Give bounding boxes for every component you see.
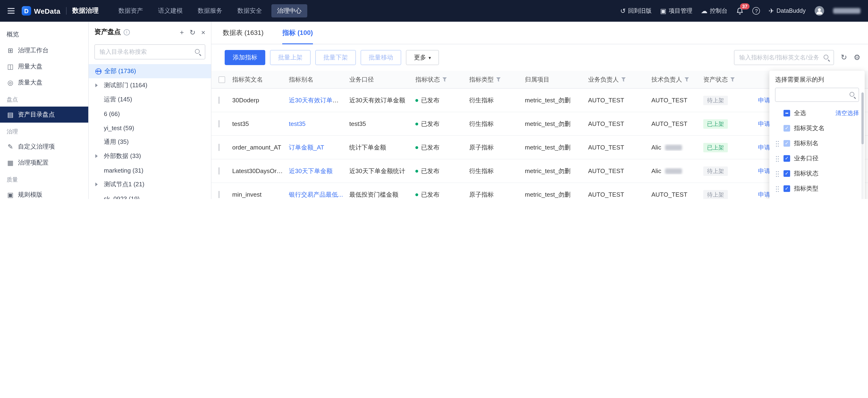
sidebar-item[interactable]: ◎质量大盘 — [0, 74, 88, 91]
refresh-table-icon[interactable]: ↻ — [841, 54, 847, 61]
project-management-link[interactable]: ▣ 项目管理 — [660, 7, 692, 15]
directory-tree: 全部 (1736)测试部门 (1164)运营 (145)6 (66)yi_tes… — [89, 64, 211, 199]
column-checkbox[interactable]: ✓ — [783, 170, 790, 177]
help-icon[interactable]: ? — [753, 7, 760, 14]
column-header[interactable]: 资产状态 — [703, 75, 758, 84]
drag-handle-icon[interactable] — [775, 185, 780, 192]
column-checkbox[interactable]: ✓ — [783, 155, 790, 162]
tree-node[interactable]: yi_test (59) — [89, 121, 211, 135]
cell-metric-en-name: Latest30DaysOrd... — [232, 167, 289, 174]
filter-icon[interactable] — [496, 77, 501, 82]
metric-alias-link[interactable]: test35 — [289, 120, 306, 127]
tree-node[interactable]: 全部 (1736) — [89, 64, 211, 78]
add-metric-button[interactable]: 添加指标 — [225, 50, 265, 65]
sidebar-item[interactable]: ◫用量大盘 — [0, 59, 88, 74]
column-header[interactable]: 指标状态 — [415, 75, 469, 84]
batch-online-button[interactable]: 批量上架 — [270, 50, 311, 65]
tab-item[interactable]: 数据表 (1631) — [223, 22, 264, 44]
column-header[interactable]: 归属项目 — [525, 75, 588, 84]
topbar-nav-item[interactable]: 数据安全 — [232, 4, 268, 18]
column-option[interactable]: ✓指标状态 — [775, 166, 859, 181]
topbar-nav-item[interactable]: 语义建模 — [152, 4, 188, 18]
tree-search-input[interactable] — [94, 44, 205, 59]
sidebar-item[interactable]: 概览 — [0, 26, 88, 42]
tree-panel-header: 资产盘点 i + ↻ × — [89, 22, 211, 42]
metric-search-input[interactable] — [734, 50, 834, 65]
topbar-nav-item[interactable]: 数据资产 — [113, 4, 149, 18]
wedata-logo[interactable]: D WeData — [22, 6, 60, 15]
drag-handle-icon[interactable] — [775, 155, 780, 162]
tab-active[interactable]: 指标 (100) — [282, 22, 313, 44]
filter-icon[interactable] — [621, 77, 626, 82]
row-checkbox[interactable] — [219, 120, 219, 127]
column-header[interactable]: 业务负责人 — [588, 75, 651, 84]
filter-icon[interactable] — [684, 77, 689, 82]
tree-node[interactable]: 外部数据 (33) — [89, 149, 211, 163]
hamburger-menu-icon[interactable] — [0, 0, 22, 22]
column-checkbox[interactable]: ✓ — [783, 140, 790, 147]
sidebar-item[interactable]: ▣规则模版 — [0, 187, 88, 199]
metric-alias-link[interactable]: 近30天下单金额 — [289, 167, 333, 174]
user-name-redacted[interactable] — [833, 8, 861, 14]
tree-node[interactable]: 测试部门 (1164) — [89, 78, 211, 92]
column-option[interactable]: ✓业务口径 — [775, 151, 859, 166]
notifications-bell-icon[interactable]: 37 — [736, 7, 744, 15]
row-checkbox[interactable] — [219, 167, 219, 174]
user-avatar[interactable] — [814, 6, 825, 16]
batch-offline-button[interactable]: 批量下架 — [315, 50, 356, 65]
databuddy-link[interactable]: ✈ DataBuddy — [769, 7, 806, 14]
filter-icon[interactable] — [730, 77, 735, 82]
topbar-nav-item[interactable]: 治理中心 — [271, 4, 307, 18]
column-header[interactable]: 指标别名 — [289, 75, 349, 84]
refresh-tree-icon[interactable]: ↻ — [189, 29, 195, 36]
close-panel-icon[interactable]: × — [201, 29, 205, 36]
sidebar-item[interactable]: ✎自定义治理项 — [0, 139, 88, 155]
column-header[interactable]: 技术负责人 — [651, 75, 703, 84]
column-checkbox[interactable]: ✓ — [783, 125, 790, 132]
column-header[interactable]: 指标英文名 — [232, 75, 289, 84]
drag-handle-icon[interactable] — [775, 140, 780, 147]
topbar-nav-item[interactable]: 数据服务 — [192, 4, 228, 18]
column-option[interactable]: ✓归属项目 — [775, 196, 859, 199]
add-directory-icon[interactable]: + — [180, 29, 184, 36]
tree-node[interactable]: sk_0923 (19) — [89, 192, 211, 199]
row-checkbox[interactable] — [219, 97, 219, 104]
clear-selection-link[interactable]: 清空选择 — [835, 109, 859, 117]
tree-node[interactable]: 运营 (145) — [89, 92, 211, 107]
metric-alias-link[interactable]: 近30天有效订单金额 — [289, 96, 345, 103]
select-all-checkbox[interactable] — [783, 110, 790, 117]
info-icon[interactable]: i — [124, 29, 130, 35]
batch-move-button[interactable]: 批量移动 — [361, 50, 401, 65]
drag-handle-icon[interactable] — [775, 170, 780, 177]
expand-arrow-icon[interactable] — [95, 154, 101, 158]
column-header[interactable]: 业务口径 — [349, 75, 415, 84]
expand-arrow-icon[interactable] — [95, 84, 101, 87]
tree-node[interactable]: 通用 (35) — [89, 135, 211, 149]
row-checkbox[interactable] — [219, 191, 219, 198]
column-checkbox[interactable]: ✓ — [783, 185, 790, 192]
sidebar-item[interactable]: ▤资产目录盘点 — [0, 107, 88, 123]
tree-node[interactable]: marketing (31) — [89, 163, 211, 177]
tree-node[interactable]: 测试节点1 (21) — [89, 177, 211, 192]
column-option[interactable]: ✓指标英文名 — [775, 121, 859, 136]
cell-checkbox — [212, 144, 232, 151]
column-option[interactable]: ✓指标类型 — [775, 181, 859, 196]
column-header[interactable]: 指标类型 — [469, 75, 525, 84]
expand-arrow-icon[interactable] — [95, 183, 101, 186]
more-button[interactable]: 更多 ▾ — [406, 50, 439, 65]
cell-metric-type: 原子指标 — [469, 190, 525, 199]
metric-alias-link[interactable]: 订单金额_AT — [289, 143, 324, 151]
select-all-rows-checkbox[interactable] — [219, 76, 225, 83]
console-link[interactable]: ☁ 控制台 — [701, 7, 727, 15]
dropdown-scrollbar-thumb[interactable] — [861, 92, 864, 144]
metric-alias-link[interactable]: 银行交易产品最低... — [289, 191, 343, 198]
back-to-old-version-link[interactable]: ↺ 回到旧版 — [620, 7, 652, 15]
column-option[interactable]: ✓指标别名 — [775, 136, 859, 151]
sidebar-item[interactable]: ⊞治理工作台 — [0, 42, 88, 59]
sidebar-item[interactable]: ▦治理项配置 — [0, 155, 88, 171]
tree-node[interactable]: 6 (66) — [89, 107, 211, 121]
filter-icon[interactable] — [442, 77, 447, 82]
row-checkbox[interactable] — [219, 144, 219, 151]
column-settings-gear-icon[interactable]: ⚙ — [854, 54, 861, 61]
column-search-input[interactable] — [775, 88, 859, 102]
